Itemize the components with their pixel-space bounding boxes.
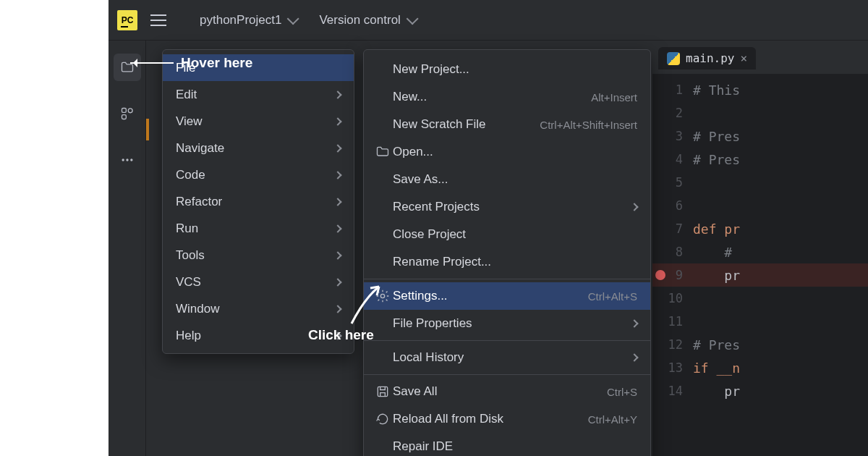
code-line[interactable]: 12# Pres — [652, 333, 868, 356]
code-text: # — [693, 245, 740, 260]
menu-item-label: VCS — [176, 275, 201, 290]
submenu-item-label: Save All — [393, 384, 607, 399]
chevron-right-icon — [333, 224, 341, 232]
svg-rect-0 — [122, 109, 126, 113]
chevron-right-icon — [630, 203, 638, 211]
line-number: 10 — [652, 291, 693, 305]
menu-item-label: Refactor — [176, 195, 222, 209]
save-icon — [373, 384, 393, 399]
svg-rect-7 — [378, 387, 387, 396]
svg-point-5 — [130, 159, 132, 161]
save-icon — [375, 384, 390, 399]
submenu-item-new-project[interactable]: New Project... — [364, 56, 650, 83]
reload-icon — [375, 412, 390, 426]
submenu-item-save-all[interactable]: Save AllCtrl+S — [364, 378, 650, 405]
code-area[interactable]: 1# This23# Pres4# Pres567def pr8 # 9 pr1… — [652, 74, 868, 402]
project-selector[interactable]: pythonProject1 — [200, 13, 296, 28]
submenu-item-recent-projects[interactable]: Recent Projects — [364, 193, 650, 221]
menu-item-code[interactable]: Code — [163, 161, 354, 188]
svg-rect-2 — [122, 115, 126, 119]
close-icon[interactable]: × — [740, 51, 747, 65]
vcs-label: Version control — [319, 13, 400, 28]
vcs-selector[interactable]: Version control — [319, 13, 414, 28]
code-line[interactable]: 3# Pres — [652, 124, 868, 148]
submenu-item-settings[interactable]: Settings...Ctrl+Alt+S — [364, 282, 650, 310]
submenu-item-label: New Scratch File — [393, 117, 540, 132]
submenu-item-close-project[interactable]: Close Project — [364, 221, 650, 248]
submenu-item-label: File Properties — [393, 316, 631, 331]
line-number: 2 — [652, 106, 693, 120]
code-line[interactable]: 14 pr — [652, 379, 868, 402]
code-text: # Pres — [693, 129, 740, 144]
submenu-item-rename-project[interactable]: Rename Project... — [364, 248, 650, 276]
chevron-right-icon — [333, 171, 341, 179]
chevron-right-icon — [630, 353, 638, 361]
folder-icon — [375, 145, 390, 159]
line-number: 4 — [652, 152, 693, 166]
submenu-item-label: Save As... — [393, 172, 637, 187]
menu-item-navigate[interactable]: Navigate — [163, 135, 354, 161]
submenu-item-shortcut: Alt+Insert — [591, 91, 637, 104]
annotation-hover-text: Hover here — [181, 55, 252, 71]
line-number: 12 — [652, 337, 693, 352]
editor-tabs: main.py × — [652, 43, 868, 74]
code-line[interactable]: 7def pr — [652, 217, 868, 240]
menu-item-run[interactable]: Run — [163, 215, 354, 242]
arrow-curve-icon — [343, 284, 386, 334]
code-line[interactable]: 13if __n — [652, 356, 868, 379]
code-line[interactable]: 10 — [652, 287, 868, 310]
menu-item-refactor[interactable]: Refactor — [163, 188, 354, 215]
annotation-click: Click here — [308, 327, 374, 343]
hamburger-icon[interactable] — [150, 14, 166, 26]
line-number: 1 — [652, 83, 693, 97]
code-line[interactable]: 11 — [652, 310, 868, 333]
submenu-item-file-properties[interactable]: File Properties — [364, 310, 650, 337]
code-line[interactable]: 9 pr — [652, 263, 868, 287]
submenu-item-label: Repair IDE — [393, 439, 637, 454]
code-text: def pr — [693, 221, 740, 237]
code-text: # Pres — [693, 152, 740, 167]
chevron-right-icon — [333, 198, 341, 206]
tab-main-py[interactable]: main.py × — [658, 47, 756, 69]
structure-tool-button[interactable] — [114, 100, 141, 127]
code-line[interactable]: 1# This — [652, 78, 868, 101]
menu-item-label: Code — [176, 168, 205, 182]
menu-item-window[interactable]: Window — [163, 295, 354, 322]
menu-item-view[interactable]: View — [163, 108, 354, 135]
line-number: 3 — [652, 129, 693, 143]
breakpoint-icon[interactable] — [655, 270, 665, 280]
submenu-item-shortcut: Ctrl+Alt+S — [588, 290, 637, 303]
submenu-item-label: New... — [393, 90, 591, 104]
code-line[interactable]: 6 — [652, 194, 868, 217]
code-line[interactable]: 8 # — [652, 240, 868, 263]
submenu-item-reload-all-from-disk[interactable]: Reload All from DiskCtrl+Alt+Y — [364, 405, 650, 433]
submenu-item-new-scratch-file[interactable]: New Scratch FileCtrl+Alt+Shift+Insert — [364, 111, 650, 138]
submenu-item-new[interactable]: New...Alt+Insert — [364, 83, 650, 111]
more-tool-button[interactable] — [114, 146, 141, 174]
code-line[interactable]: 4# Pres — [652, 148, 868, 171]
submenu-item-open[interactable]: Open... — [364, 138, 650, 166]
svg-point-1 — [128, 109, 132, 113]
line-number: 13 — [652, 360, 693, 375]
chevron-right-icon — [333, 305, 341, 313]
code-line[interactable]: 2 — [652, 101, 868, 124]
submenu-item-label: Open... — [393, 145, 637, 159]
chevron-down-icon — [406, 12, 418, 25]
code-line[interactable]: 5 — [652, 171, 868, 194]
chevron-right-icon — [333, 144, 341, 152]
chevron-right-icon — [333, 278, 341, 286]
menu-item-vcs[interactable]: VCS — [163, 269, 354, 295]
tool-stripe — [109, 41, 146, 456]
menu-item-label: View — [176, 114, 203, 129]
submenu-item-save-as[interactable]: Save As... — [364, 166, 650, 193]
line-number: 11 — [652, 314, 693, 329]
submenu-item-local-history[interactable]: Local History — [364, 344, 650, 371]
tab-label: main.py — [686, 51, 734, 65]
submenu-item-repair-ide[interactable]: Repair IDE — [364, 433, 650, 456]
topbar: PC pythonProject1 Version control — [109, 0, 868, 41]
line-number: 7 — [652, 221, 693, 236]
chevron-right-icon — [333, 90, 341, 98]
menu-item-tools[interactable]: Tools — [163, 242, 354, 269]
menu-item-label: Help — [176, 329, 201, 343]
menu-item-edit[interactable]: Edit — [163, 81, 354, 108]
